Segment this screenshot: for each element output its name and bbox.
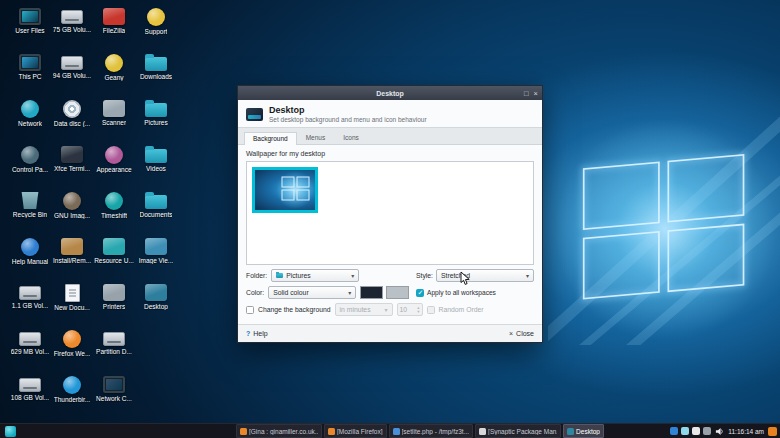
wallpaper-thumbnail[interactable] [252,167,318,213]
desktop-icon[interactable]: Resource U... [93,234,135,280]
desktop-icon[interactable]: Pictures [135,96,177,142]
desktop-icon[interactable]: Geany [93,50,135,96]
desktop-icon[interactable]: Appearance [93,142,135,188]
color-dropdown[interactable]: Solid colour [268,286,356,299]
help-icon: ? [246,330,250,337]
desktop-icon-label: GNU Imag... [54,212,90,219]
taskbar-window-button[interactable]: [Mozilla Firefox] [324,424,387,438]
desktop-icon[interactable]: Desktop [135,280,177,326]
clock[interactable]: 11:16:14 am [728,428,764,435]
desktop-icon[interactable]: Partition D... [93,326,135,372]
desktop-icon[interactable]: Thunderbir... [51,372,93,418]
style-dropdown-value: Stretched [441,272,470,279]
taskbar-window-button[interactable]: [setlite.php - /tmp/fz3t... [389,424,474,438]
desktop-icon[interactable]: Data disc (... [51,96,93,142]
apply-all-workspaces-checkbox[interactable] [416,289,424,297]
desktop-icon[interactable]: 94 GB Volu... [51,50,93,96]
maximize-button[interactable]: □ [524,89,529,98]
network-icon [21,100,39,118]
desktop-icon-label: Videos [146,165,166,172]
close-label: Close [516,330,534,337]
change-background-checkbox[interactable] [246,306,254,314]
desktop-icon[interactable]: Documents [135,188,177,234]
desktop-icon[interactable]: Support [135,4,177,50]
desktop-icon-label: Timeshift [101,212,127,219]
help-manual-icon [21,238,39,256]
taskbar-window-label: [Gina : ginamiller.co.uk... [249,428,318,435]
desktop-icon[interactable]: Xfce Termi... [51,142,93,188]
desktop-icon-label: Appearance [96,166,131,173]
tab-background[interactable]: Background [244,132,297,145]
desktop-icon[interactable]: Recycle Bin [9,188,51,234]
desktop-settings-icon [246,108,263,121]
desktop-icon-label: 94 GB Volu... [53,72,91,79]
background-tab-panel: Wallpaper for my desktop Fol [238,145,542,324]
desktop-icon[interactable]: New Docu... [51,280,93,326]
desktop-icon-grid: User FilesThis PCNetworkControl Pa...Rec… [9,4,177,418]
close-footer-button[interactable]: × Close [509,330,534,337]
pictures-folder-icon [145,103,167,117]
filezilla-icon [103,8,125,25]
desktop-icon[interactable]: Image Vie... [135,234,177,280]
desktop-icon-label: Firefox We... [54,350,91,357]
tab-icons[interactable]: Icons [334,131,368,144]
desktop-icon[interactable]: Videos [135,142,177,188]
interval-dropdown[interactable]: in minutes [335,303,393,316]
desktop-icon-label: Network [18,120,42,127]
desktop-icon[interactable]: User Files [9,4,51,50]
taskbar-window-label: [Mozilla Firefox] [337,428,383,435]
dialog-header-subtitle: Set desktop background and menu and icon… [269,116,427,123]
desktop-icon[interactable]: This PC [9,50,51,96]
tray-icon[interactable] [681,427,689,435]
desktop-icon-label: 629 MB Vol... [11,348,50,355]
tray-icon[interactable] [703,427,711,435]
desktop-icon[interactable]: Downloads [135,50,177,96]
desktop-icon[interactable]: Network [9,96,51,142]
style-dropdown[interactable]: Stretched [436,269,534,282]
help-button[interactable]: ? Help [246,330,268,337]
desktop-icon[interactable]: Scanner [93,96,135,142]
desktop-icon[interactable]: GNU Imag... [51,188,93,234]
interval-spinner[interactable]: 10 [397,303,423,316]
data-disc-icon [63,100,81,118]
desktop-icon[interactable]: 75 GB Volu... [51,4,93,50]
desktop-icon[interactable]: Control Pa... [9,142,51,188]
desktop-icon[interactable]: Help Manual [9,234,51,280]
desktop-icon[interactable]: 629 MB Vol... [9,326,51,372]
desktop-icon[interactable]: FileZilla [93,4,135,50]
desktop-icon[interactable]: Install/Rem... [51,234,93,280]
geany-icon [105,54,123,72]
desktop-icon[interactable]: 108 GB Vol... [9,372,51,418]
synaptic-icon [479,428,486,435]
close-button[interactable]: × [534,89,538,98]
wallpaper-list[interactable] [246,161,534,265]
color-swatch[interactable] [386,286,409,299]
desktop-icon[interactable]: Printers [93,280,135,326]
tray-icon[interactable] [670,427,678,435]
taskbar-window-button[interactable]: Desktop [563,424,604,438]
dialog-titlebar[interactable]: Desktop □ × [238,86,542,100]
color-swatch[interactable] [360,286,383,299]
updates-icon[interactable] [768,427,777,436]
desktop-icon-label: FileZilla [103,27,125,34]
firefox-icon [328,428,335,435]
menu-button[interactable] [0,424,20,438]
volume-drive-icon [19,332,41,346]
firefox-icon [63,330,81,348]
folder-dropdown[interactable]: Pictures [271,269,359,282]
desktop-icon[interactable]: Network C... [93,372,135,418]
random-order-checkbox[interactable] [427,306,435,314]
dialog-tabs: BackgroundMenusIcons [238,127,542,145]
dialog-footer: ? Help × Close [238,324,542,342]
desktop-icon[interactable]: Firefox We... [51,326,93,372]
dialog-header: Desktop Set desktop background and menu … [238,100,542,127]
desktop-icon[interactable]: 1.1 GB Vol... [9,280,51,326]
taskbar-window-button[interactable]: [Gina : ginamiller.co.uk... [236,424,322,438]
tab-menus[interactable]: Menus [297,131,335,144]
taskbar-window-button[interactable]: [Synaptic Package Man... [475,424,561,438]
volume-icon[interactable] [715,427,724,436]
tray-icon[interactable] [692,427,700,435]
desktop-icon[interactable]: Timeshift [93,188,135,234]
spinner-arrows-icon[interactable] [417,306,419,314]
gimp-icon [63,192,81,210]
